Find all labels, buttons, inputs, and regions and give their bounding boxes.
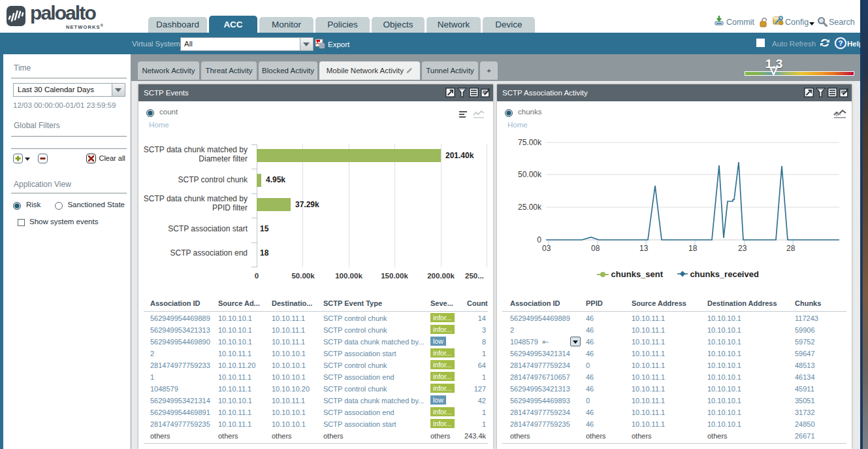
svg-text:?: ? [838, 39, 843, 47]
svg-text:A: A [316, 41, 319, 45]
